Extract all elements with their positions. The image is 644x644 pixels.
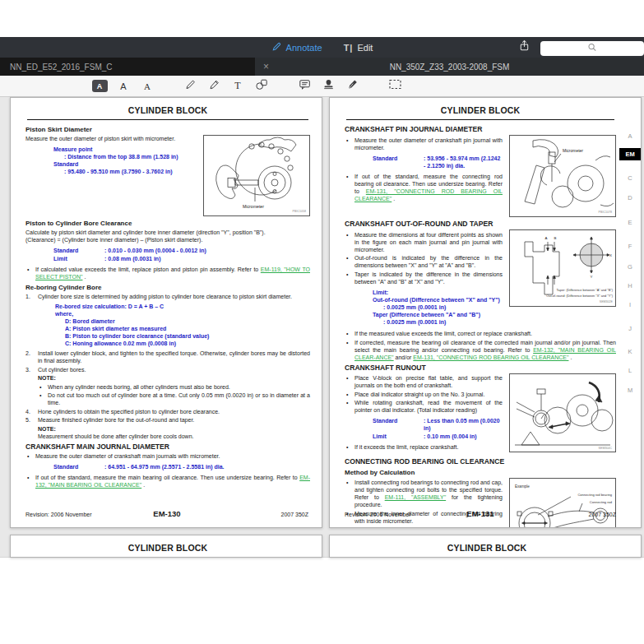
page-title: CYLINDER BLOCK xyxy=(25,107,310,114)
numbered-item: 3.Cut cylinder bores. xyxy=(25,366,310,373)
bullet-item: •If it exceeds the limit, replace cranks… xyxy=(345,443,503,451)
footer-model: 2007 350Z xyxy=(494,511,616,518)
out-of-round-taper-figure: A B X Y Taper: (Difference between "A" a… xyxy=(509,229,616,307)
annotate-label: Annotate xyxy=(286,43,322,53)
tab-title: NN_ED_E52_2016_FSM_C xyxy=(10,63,113,72)
spec-table: Standard: 53.956 - 53.974 mm (2.1242 - 2… xyxy=(373,155,503,169)
note-text: Measurement should be done after cylinde… xyxy=(38,433,310,440)
crankshaft-runout-figure: SEM304C xyxy=(509,373,616,452)
font-style-button[interactable]: A xyxy=(90,78,109,95)
numbered-item: 5.Measure finished cylinder bore for the… xyxy=(25,416,310,424)
formula: (Bearing oil clearance) = (Connecting ro… xyxy=(345,526,503,528)
link-em111[interactable]: EM-111, "ASSEMBLY" xyxy=(385,494,446,500)
link-em131[interactable]: EM-131, "CONNECTING ROD BEARING OIL CLEA… xyxy=(354,188,503,202)
figure-example-label: Example xyxy=(515,484,530,489)
pencil-icon xyxy=(184,78,197,94)
annotate-button[interactable]: Annotate xyxy=(271,41,322,53)
close-tab-icon[interactable]: × xyxy=(263,62,269,72)
note-button[interactable] xyxy=(295,78,313,95)
note-icon xyxy=(299,78,311,94)
stamp-button[interactable] xyxy=(319,78,337,95)
page-em131: CYLINDER BLOCK CRANKSHAFT PIN JOURNAL DI… xyxy=(329,97,642,528)
note-label: NOTE: xyxy=(38,374,310,382)
footer-page-number: EM-130 xyxy=(153,510,180,517)
shapes-button[interactable] xyxy=(253,78,271,95)
title-rule xyxy=(346,119,614,120)
paragraph: (Clearance) = (Cylinder bore inner diame… xyxy=(25,236,310,243)
app-window: Annotate T| Edit NN_ED_E52_2016_ xyxy=(0,0,644,644)
document-canvas[interactable]: CYLINDER BLOCK Piston Skirt Diameter Mea… xyxy=(0,97,644,558)
bullet-item: •Measure the outer diameter of crankshaf… xyxy=(25,452,310,460)
page-footer: Revision: 2006 November EM-130 2007 350Z xyxy=(25,510,308,518)
letter-a-serif-icon: A xyxy=(144,81,151,91)
section-heading: CRANKSHAFT OUT-OF-ROUND AND TAPER xyxy=(345,220,616,228)
paragraph: Measure the outer diameter of piston ski… xyxy=(25,135,197,142)
calculation-block: Re-bored size calculation: D = A + B – C… xyxy=(55,303,310,347)
note-bullets: •When any cylinder needs boring, all oth… xyxy=(38,383,310,407)
page-em130: CYLINDER BLOCK Piston Skirt Diameter Mea… xyxy=(10,97,322,528)
note-label: NOTE: xyxy=(38,425,310,433)
pen-nib-icon xyxy=(346,78,359,94)
bullet-item: • Install connecting rod bearings to con… xyxy=(345,479,503,508)
tab-bar: NN_ED_E52_2016_FSM_C × NN_350Z_Z33_2003-… xyxy=(0,58,644,76)
crank-pin-micrometer-figure: Micrometer PBIC1078 xyxy=(509,135,616,217)
numbered-item: 1.Cylinder bore size is determined by ad… xyxy=(25,293,310,300)
bullet-item: •Measure the outer diameter of crankshaf… xyxy=(345,137,503,151)
letter-a-icon: A xyxy=(120,81,126,91)
figure-label: Connecting rod xyxy=(590,500,612,504)
tab-nn-ed-e52[interactable]: NN_ED_E52_2016_FSM_C xyxy=(0,58,255,76)
tab-title: NN_350Z_Z33_2003-2008_FSM xyxy=(390,63,510,72)
text-serif-button[interactable]: A xyxy=(138,78,156,95)
link-em131[interactable]: EM-131, "CONNECTING ROD BEARING OIL CLEA… xyxy=(413,354,568,360)
annotation-toolbar: A A A T xyxy=(0,76,644,97)
section-heading: Piston Skirt Diameter xyxy=(25,126,310,133)
footer-revision: Revision: 2006 November xyxy=(345,511,466,518)
marker-icon xyxy=(208,78,220,94)
figure-caption: Out-of-round: (Difference between "X" an… xyxy=(546,294,613,298)
text-cursor-icon: T| xyxy=(344,43,354,53)
figure-label: Micrometer xyxy=(243,204,264,209)
page-title: CYLINDER BLOCK xyxy=(25,544,310,552)
bullet-item: •If the measured value exceeds the limit… xyxy=(345,330,616,337)
draw-button[interactable] xyxy=(205,78,223,95)
page-title: CYLINDER BLOCK xyxy=(345,107,616,114)
bullet-item: • If corrected, measure the bearing oil … xyxy=(345,339,616,361)
bullet-item: • If out of the standard, measure the co… xyxy=(345,173,503,202)
svg-text:Y: Y xyxy=(591,275,593,279)
window-toolbar: Annotate T| Edit xyxy=(0,37,644,58)
text-tool-icon: T xyxy=(234,80,240,92)
connecting-rod-figure: Example Connecting rod bearing Connectin… xyxy=(509,478,616,529)
signature-button[interactable] xyxy=(343,78,361,95)
font-style-icon: A xyxy=(92,80,108,92)
paragraph: Calculate by piston skirt diameter and c… xyxy=(25,229,310,236)
piston-micrometer-figure: Micrometer PBIC1058 xyxy=(203,135,310,216)
spec-table: Standard: 0.010 - 0.030 mm (0.0004 - 0.0… xyxy=(53,247,310,262)
share-icon xyxy=(518,39,530,55)
selection-button[interactable] xyxy=(386,78,404,95)
share-button[interactable] xyxy=(516,39,532,56)
bullet-list: •Measure the dimensions at four differen… xyxy=(345,231,503,285)
annotate-pencil-icon xyxy=(271,41,282,53)
spec-block: Measure point: Distance from the top 38.… xyxy=(53,146,197,175)
bullet-list: •Place V-block on precise flat table, an… xyxy=(345,374,503,414)
figure-code: SEM304C xyxy=(599,447,613,450)
limit-block: Limit: Out-of-round (Difference between … xyxy=(373,289,503,326)
page-footer: Revision: 2006 November EM-131 2007 350Z xyxy=(345,510,616,518)
text-color-button[interactable]: A xyxy=(114,78,132,95)
sketch-button[interactable] xyxy=(181,78,199,95)
edit-button[interactable]: T| Edit xyxy=(344,43,373,53)
subsection-heading: Method by Calculation xyxy=(345,469,616,476)
search-input[interactable] xyxy=(540,41,644,56)
shapes-icon xyxy=(255,78,268,94)
svg-text:B: B xyxy=(554,236,557,240)
bullet-item: • If calculated value exceeds the limit,… xyxy=(25,266,310,280)
svg-text:X: X xyxy=(609,253,612,257)
tab-nn-350z[interactable]: × NN_350Z_Z33_2003-2008_FSM xyxy=(255,58,644,76)
text-box-button[interactable]: T xyxy=(229,78,247,95)
figure-caption: Taper: (Difference between "A" and "B") xyxy=(557,288,614,292)
page-next-left: CYLINDER BLOCK xyxy=(10,535,322,558)
figure-code: PBIC1058 xyxy=(293,210,306,213)
figure-code: PBIC1078 xyxy=(599,211,612,214)
section-heading: CONNECTING ROD BEARING OIL CLEARANCE xyxy=(345,458,616,466)
figure-code: SEM302E xyxy=(600,300,614,303)
